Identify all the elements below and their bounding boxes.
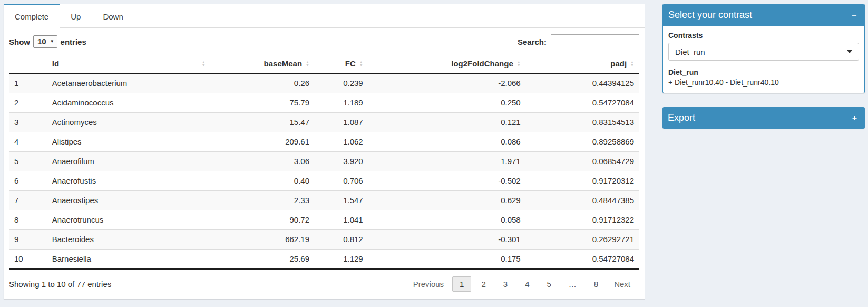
pagination-previous-button[interactable]: Previous xyxy=(407,276,450,292)
tab-complete[interactable]: Complete xyxy=(4,4,60,28)
column-header-fc[interactable]: FC ▲▼ xyxy=(315,54,368,73)
tab-down[interactable]: Down xyxy=(92,4,134,28)
column-label: baseMean xyxy=(264,59,303,68)
contrast-box-header: Select your contrast − xyxy=(663,4,864,26)
contrast-detail-title: Diet_run xyxy=(668,68,859,76)
sort-icon: ▲▼ xyxy=(359,61,363,67)
table-cell: 0.26 xyxy=(211,73,315,93)
table-cell: 0.54727084 xyxy=(526,250,639,270)
table-cell: Acidaminococcus xyxy=(47,93,211,113)
page: Complete Up Down Show 10 ▼ entries Searc… xyxy=(0,0,868,307)
table-cell: 1.547 xyxy=(315,191,368,210)
table-cell: 8 xyxy=(9,210,47,230)
table-cell: Anaerofilum xyxy=(47,152,211,171)
column-label: padj xyxy=(610,59,627,68)
table-cell: 3.06 xyxy=(211,152,315,171)
expand-icon[interactable]: + xyxy=(850,114,860,122)
tab-content: Show 10 ▼ entries Search: xyxy=(4,28,645,299)
pagination-next-button[interactable]: Next xyxy=(608,276,636,292)
table-cell: -0.301 xyxy=(368,230,526,250)
pagination-page-button[interactable]: 5 xyxy=(539,276,558,292)
table-cell: 9 xyxy=(9,230,47,250)
table-cell: 2.33 xyxy=(211,191,315,210)
table-cell: Acetanaerobacterium xyxy=(47,73,211,93)
export-box: Export + xyxy=(662,107,865,129)
column-header-padj[interactable]: padj ▲▼ xyxy=(526,54,639,73)
column-label: log2FoldChange xyxy=(451,59,513,68)
table-cell: 1.971 xyxy=(368,152,526,171)
datatable-footer: Showing 1 to 10 of 77 entries Previous 1… xyxy=(9,270,639,292)
table-cell: 0.175 xyxy=(368,250,526,270)
entries-per-page-value: 10 xyxy=(37,37,46,46)
table-cell: 3 xyxy=(9,113,47,132)
table-cell: 0.121 xyxy=(368,113,526,132)
tab-up[interactable]: Up xyxy=(60,4,92,28)
table-cell: Barnesiella xyxy=(47,250,211,270)
pagination-page-button[interactable]: 1 xyxy=(452,276,471,292)
contrast-select[interactable]: Diet_run xyxy=(668,43,859,61)
table-cell: 1.129 xyxy=(315,250,368,270)
table-cell: 0.06854729 xyxy=(526,152,639,171)
table-cell: 1.087 xyxy=(315,113,368,132)
table-cell: 0.812 xyxy=(315,230,368,250)
table-cell: 0.44394125 xyxy=(526,73,639,93)
search-label: Search: xyxy=(518,37,547,46)
table-row: 3Actinomyces15.471.0870.1210.83154513 xyxy=(9,113,639,132)
table-cell: 0.91720312 xyxy=(526,171,639,191)
table-cell: 1.041 xyxy=(315,210,368,230)
table-row: 6Anaerofustis0.400.706-0.5020.91720312 xyxy=(9,171,639,191)
table-cell: 90.72 xyxy=(211,210,315,230)
table-cell: 0.706 xyxy=(315,171,368,191)
table-row: 9Bacteroides662.190.812-0.3010.26292721 xyxy=(9,230,639,250)
contrast-box: Select your contrast − Contrasts Diet_ru… xyxy=(662,4,865,93)
sort-icon: ▲▼ xyxy=(306,61,309,67)
table-cell: 25.69 xyxy=(211,250,315,270)
table-cell: 0.89258869 xyxy=(526,132,639,152)
table-row: 5Anaerofilum3.063.9201.9710.06854729 xyxy=(9,152,639,171)
table-header-row: Id ▲▼ baseMean ▲▼ FC xyxy=(9,54,639,73)
pagination-ellipsis: … xyxy=(561,276,584,292)
table-row: 2Acidaminococcus75.791.1890.2500.5472708… xyxy=(9,93,639,113)
results-table: Id ▲▼ baseMean ▲▼ FC xyxy=(9,54,639,270)
search-control: Search: xyxy=(518,34,639,49)
tab-complete-label[interactable]: Complete xyxy=(4,4,60,28)
table-cell: Anaerotruncus xyxy=(47,210,211,230)
tab-down-label[interactable]: Down xyxy=(92,4,134,27)
sidebar-right: Select your contrast − Contrasts Diet_ru… xyxy=(662,4,865,129)
table-cell: 209.61 xyxy=(211,132,315,152)
table-cell: 1.189 xyxy=(315,93,368,113)
results-tabbox: Complete Up Down Show 10 ▼ entries Searc… xyxy=(4,4,645,299)
chevron-down-icon xyxy=(847,50,852,53)
table-cell: 0.629 xyxy=(368,191,526,210)
contrast-box-body: Contrasts Diet_run Diet_run + Diet_runr1… xyxy=(663,26,864,93)
table-cell: 0.086 xyxy=(368,132,526,152)
contrast-select-value: Diet_run xyxy=(675,47,705,56)
column-header-id[interactable]: Id ▲▼ xyxy=(47,54,211,73)
table-cell: Anaerofustis xyxy=(47,171,211,191)
pagination-page-button[interactable]: 2 xyxy=(474,276,493,292)
entries-per-page-select[interactable]: 10 ▼ xyxy=(33,35,57,48)
table-cell: 5 xyxy=(9,152,47,171)
select-arrow-icon: ▼ xyxy=(50,39,54,44)
contrast-detail-formula: + Diet_runr10.40 - Diet_runr40.10 xyxy=(668,78,859,87)
pagination-page-button[interactable]: 4 xyxy=(518,276,537,292)
table-cell: 0.91712322 xyxy=(526,210,639,230)
table-cell: 0.40 xyxy=(211,171,315,191)
column-header-basemean[interactable]: baseMean ▲▼ xyxy=(211,54,315,73)
search-input[interactable] xyxy=(551,34,639,49)
pagination-page-button[interactable]: 3 xyxy=(496,276,515,292)
export-box-header[interactable]: Export + xyxy=(662,107,865,129)
pagination: Previous 12345…8 Next xyxy=(407,276,639,292)
export-box-title: Export xyxy=(668,112,695,123)
sort-icon: ▲▼ xyxy=(517,61,521,67)
pagination-page-button[interactable]: 8 xyxy=(587,276,606,292)
table-cell: 0.83154513 xyxy=(526,113,639,132)
table-cell: 0.239 xyxy=(315,73,368,93)
column-header-log2foldchange[interactable]: log2FoldChange ▲▼ xyxy=(368,54,526,73)
tab-up-label[interactable]: Up xyxy=(60,4,92,27)
table-cell: 10 xyxy=(9,250,47,270)
table-cell: 0.250 xyxy=(368,93,526,113)
table-cell: -2.066 xyxy=(368,73,526,93)
table-cell: Actinomyces xyxy=(47,113,211,132)
collapse-icon[interactable]: − xyxy=(849,11,859,20)
